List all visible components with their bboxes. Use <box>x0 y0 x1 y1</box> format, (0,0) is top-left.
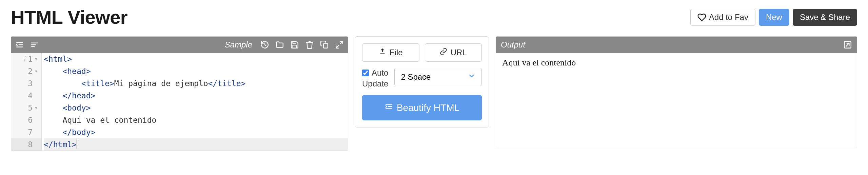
editor-toolbar: Sample <box>11 37 348 53</box>
code-line[interactable]: </html> <box>44 138 348 151</box>
sample-label[interactable]: Sample <box>225 40 252 50</box>
open-external-icon[interactable] <box>843 40 852 49</box>
new-label: New <box>766 13 782 22</box>
add-fav-label: Add to Fav <box>709 13 748 22</box>
gutter-line: 5▾ <box>11 102 41 114</box>
controls-pane: File URL Auto Update 2 Space <box>355 36 489 128</box>
file-label: File <box>390 48 403 57</box>
save-share-button[interactable]: Save & Share <box>793 9 857 26</box>
copy-icon[interactable] <box>320 40 329 49</box>
gutter-line: 2▾ <box>11 65 41 77</box>
add-fav-button[interactable]: Add to Fav <box>690 9 755 26</box>
url-button[interactable]: URL <box>425 43 482 62</box>
url-label: URL <box>451 48 467 57</box>
menu-lines-icon[interactable] <box>30 40 39 49</box>
beautify-button[interactable]: Beautify HTML <box>362 95 482 120</box>
auto-update-group: Auto Update <box>362 68 388 89</box>
indent-select-value: 2 Space <box>401 72 431 82</box>
code-line[interactable]: </head> <box>44 90 348 102</box>
history-icon[interactable] <box>260 40 269 49</box>
editor-pane: Sample <box>11 36 348 151</box>
beautify-icon <box>384 102 393 113</box>
editor-gutter: i1▾2▾345▾678 <box>11 53 42 151</box>
code-line[interactable]: <title>Mi página de ejemplo</title> <box>44 77 348 90</box>
code-line[interactable]: <html> <box>44 53 348 65</box>
svg-line-13 <box>846 43 849 46</box>
heart-icon <box>697 13 706 22</box>
indent-left-icon[interactable] <box>15 40 24 49</box>
gutter-line: 4 <box>11 90 41 102</box>
editor-toolbar-left <box>15 40 39 49</box>
trash-icon[interactable] <box>305 40 314 49</box>
save-icon[interactable] <box>290 40 299 49</box>
gutter-line: 8 <box>11 138 41 151</box>
code-line[interactable]: <body> <box>44 102 348 114</box>
code-line[interactable]: </body> <box>44 126 348 138</box>
svg-rect-6 <box>323 44 328 48</box>
output-label: Output <box>501 40 525 50</box>
expand-icon[interactable] <box>335 40 344 49</box>
output-header: Output <box>496 37 857 53</box>
new-button[interactable]: New <box>759 9 789 26</box>
file-button[interactable]: File <box>362 43 419 62</box>
code-editor[interactable]: i1▾2▾345▾678 <html> <head> <title>Mi pág… <box>11 53 348 151</box>
code-line[interactable]: Aquí va el contenido <box>44 114 348 126</box>
upload-icon <box>379 48 386 57</box>
gutter-line: 3 <box>11 77 41 90</box>
load-row: File URL <box>362 43 482 62</box>
code-line[interactable]: <head> <box>44 65 348 77</box>
auto-update-word2: Update <box>362 79 388 89</box>
editor-toolbar-right: Sample <box>225 40 344 50</box>
output-pane: Output Aquí va el contenido <box>496 36 857 148</box>
beautify-label: Beautify HTML <box>397 102 459 113</box>
editor-code[interactable]: <html> <head> <title>Mi página de ejempl… <box>42 53 348 151</box>
gutter-line: 6 <box>11 114 41 126</box>
auto-update-word1: Auto <box>372 68 388 78</box>
output-content: Aquí va el contenido <box>496 53 857 148</box>
chevron-down-icon <box>468 72 475 82</box>
page-title: HTML Viewer <box>11 6 127 28</box>
folder-icon[interactable] <box>275 40 284 49</box>
gutter-line: 7 <box>11 126 41 138</box>
indent-select[interactable]: 2 Space <box>394 68 482 86</box>
header-actions: Add to Fav New Save & Share <box>690 9 857 26</box>
link-icon <box>440 48 447 57</box>
auto-update-checkbox[interactable] <box>362 70 369 76</box>
save-share-label: Save & Share <box>800 13 850 22</box>
options-row: Auto Update 2 Space <box>362 68 482 89</box>
gutter-line: i1▾ <box>11 53 41 65</box>
